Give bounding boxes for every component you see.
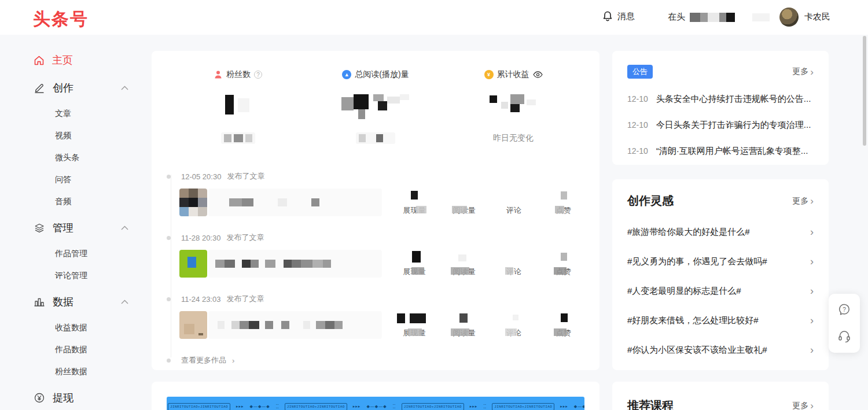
sidebar-item-qa[interactable]: 问答 (0, 169, 152, 191)
topic-item[interactable]: #旅游带给你最大的好处是什么# › (627, 226, 814, 238)
topic-item[interactable]: #你认为小区保安该不该给业主敬礼# › (627, 344, 814, 356)
topic-label: #你认为小区保安该不该给业主敬礼# (627, 345, 767, 356)
announcement-badge: 公告 (627, 65, 653, 79)
work-stat-reads: 阅读量 (446, 312, 483, 338)
stats-row: 粉丝数 ? ▲ 总阅读(播放)量 (152, 51, 599, 167)
announcement-item[interactable]: 12-10 “清朗·互联网用户帐号运营乱象专项整... (627, 146, 814, 157)
work-stat-impressions: 展现量 (396, 190, 433, 216)
sidebar-item-label: 粉丝数据 (55, 367, 87, 377)
announcement-date: 12-10 (627, 94, 648, 104)
chevron-right-icon: › (810, 256, 814, 268)
sidebar-item-home[interactable]: 主页 (0, 47, 152, 73)
timeline-line (171, 175, 171, 357)
page-scrollbar[interactable] (863, 36, 866, 146)
sidebar-group-label: 创作 (53, 81, 73, 95)
sidebar-group-label: 提现 (53, 391, 73, 405)
work-stat-label: 阅读量 (453, 267, 476, 277)
chevron-right-icon: › (810, 315, 814, 327)
bar-chart-icon (34, 296, 45, 308)
chevron-up-icon (121, 300, 128, 304)
messages-label: 消息 (617, 11, 635, 22)
announcement-item[interactable]: 12-10 今日头条关于打击诈骗行为的专项治理... (627, 120, 814, 131)
timeline-time: 12-05 20:30 (181, 172, 221, 181)
sidebar-item-audio[interactable]: 音频 (0, 191, 152, 213)
topic-item[interactable]: #好朋友来借钱，怎么处理比较好# › (627, 315, 814, 327)
faq-button[interactable]: ? (834, 300, 854, 320)
announcement-title: “清朗·互联网用户帐号运营乱象专项整... (656, 146, 808, 157)
timeline-entry-header: 12-05 20:30 发布了文章 (167, 171, 599, 182)
help-icon[interactable]: ? (254, 71, 262, 79)
headset-icon (837, 329, 852, 344)
redacted-reads-value (341, 93, 410, 119)
timeline-entry-header: 11-24 23:03 发布了文章 (167, 294, 599, 304)
work-stat-label: 评论 (506, 267, 521, 277)
sidebar-item-articles[interactable]: 文章 (0, 103, 152, 125)
sidebar-group-create[interactable]: 创作 (0, 73, 152, 103)
redacted-presence-tail (752, 13, 770, 21)
topic-label: #见义勇为的事，你遇见了会去做吗# (627, 256, 767, 267)
announcement-item[interactable]: 12-10 头条安全中心持续打击违规帐号的公告... (627, 94, 814, 105)
user-avatar[interactable] (779, 8, 799, 27)
work-stat-reads: 阅读量 (446, 251, 483, 277)
topic-item[interactable]: #人变老最明显的标志是什么# › (627, 285, 814, 297)
sidebar-item-income-data[interactable]: 收益数据 (0, 317, 152, 339)
redacted-work-title (208, 189, 382, 216)
work-stat-impressions: 展现量 (396, 312, 433, 338)
redacted-income-value (490, 93, 537, 119)
sidebar-item-videos[interactable]: 视频 (0, 125, 152, 147)
sidebar-item-works-manage[interactable]: 作品管理 (0, 243, 152, 265)
work-stats: 展现量 阅读量 评论 点赞 (396, 190, 582, 216)
topic-label: #好朋友来借钱，怎么处理比较好# (627, 315, 759, 326)
announcements-more-link[interactable]: 更多 › (792, 67, 814, 77)
redacted-presence-mosaic (690, 13, 735, 22)
promo-card: JINRITOUTIAO+JINRITOUTIAO▸▸▸◆—◆—◆⁚⁚ JINR… (152, 382, 599, 410)
stat-fans: 粉丝数 ? (180, 69, 296, 167)
work-stat-comments: 评论 (495, 190, 532, 216)
timeline-work-row[interactable]: 展现量 阅读量 评论 点赞 (179, 250, 599, 278)
topic-item[interactable]: #见义勇为的事，你遇见了会去做吗# › (627, 256, 814, 268)
work-stat-impressions: 展现量 (396, 251, 433, 277)
sidebar-group-data[interactable]: 数据 (0, 287, 152, 317)
courses-title: 推荐课程 (627, 398, 674, 410)
work-stat-reads: 阅读量 (446, 190, 483, 216)
sidebar-item-label: 作品数据 (55, 345, 87, 355)
username[interactable]: 卡农民 (804, 12, 830, 23)
eye-icon[interactable] (533, 71, 543, 78)
courses-more-link[interactable]: 更多 › (792, 401, 814, 410)
view-more-works-link[interactable]: 查看更多作品 › (167, 355, 599, 365)
chevron-right-icon: › (810, 196, 814, 206)
sidebar-item-microblog[interactable]: 微头条 (0, 147, 152, 169)
inspiration-more-link[interactable]: 更多 › (792, 196, 814, 206)
view-more-works-label: 查看更多作品 (181, 355, 226, 365)
more-label: 更多 (792, 67, 808, 77)
messages-button[interactable]: 消息 (602, 10, 635, 22)
courses-card: 推荐课程 更多 › (612, 382, 829, 410)
home-icon (34, 55, 45, 66)
sidebar-nav: 主页 创作 文章 视频 微头条 问答 音频 管理 作品管理 评论管理 数据 (0, 35, 152, 410)
sidebar-item-label: 收益数据 (55, 323, 87, 333)
work-stats: 展现量 阅读量 评论 点赞 (396, 312, 582, 338)
announcement-title: 今日头条关于打击诈骗行为的专项治理... (656, 120, 811, 131)
timeline-entry-header: 11-28 20:30 发布了文章 (167, 232, 599, 243)
layers-icon (34, 222, 45, 234)
app-logo[interactable]: 头条号 (33, 8, 89, 31)
timeline-dot (167, 175, 171, 179)
sidebar-item-comments-manage[interactable]: 评论管理 (0, 265, 152, 287)
sidebar-item-fans-data[interactable]: 粉丝数据 (0, 361, 152, 383)
sidebar-item-label: 评论管理 (55, 271, 87, 281)
timeline-work-row[interactable]: 展现量 阅读量 评论 点赞 (179, 189, 599, 216)
timeline-dot (167, 297, 171, 301)
customer-service-button[interactable] (834, 327, 854, 346)
chat-question-icon: ? (837, 302, 852, 317)
sidebar-item-works-data[interactable]: 作品数据 (0, 339, 152, 361)
timeline-work-row[interactable]: 展现量 阅读量 评论 点赞 (179, 311, 599, 339)
sidebar-group-label: 数据 (53, 295, 73, 309)
promo-banner[interactable]: JINRITOUTIAO+JINRITOUTIAO▸▸▸◆—◆—◆⁚⁚ JINR… (167, 397, 584, 410)
stat-reads: ▲ 总阅读(播放)量 (318, 69, 433, 167)
chevron-up-icon (121, 226, 128, 230)
sidebar-group-withdraw[interactable]: 提现 (0, 383, 152, 410)
dashboard-main-card: 粉丝数 ? ▲ 总阅读(播放)量 (152, 51, 599, 370)
sidebar-group-manage[interactable]: 管理 (0, 213, 152, 243)
redacted-reads-sub (356, 132, 395, 145)
timeline-action: 发布了文章 (227, 171, 264, 182)
